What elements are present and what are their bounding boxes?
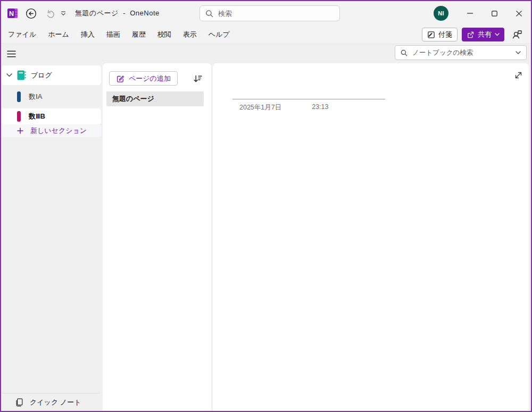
search-input[interactable]	[218, 10, 334, 18]
menu-file[interactable]: ファイル	[2, 26, 42, 44]
page-list-header: ページの追加	[103, 63, 211, 86]
feed-button-label: 付箋	[438, 30, 452, 39]
undo-button[interactable]	[44, 7, 56, 20]
notebook-icon	[17, 70, 26, 80]
section-name: 数ⅡB	[29, 112, 45, 121]
section-row-math1a[interactable]: 数ⅠA	[1, 85, 101, 108]
sidebar: ブログ 数ⅠA 数ⅡB 新しいセクション	[1, 63, 101, 411]
sidebar-spacer	[1, 137, 101, 393]
onenote-window: N 無題のページ - One	[0, 0, 532, 412]
avatar[interactable]: NI	[434, 6, 448, 21]
close-button[interactable]	[506, 1, 531, 26]
toolbar-options-chevron-icon[interactable]	[59, 7, 68, 20]
notebook-search-icon	[401, 49, 408, 56]
page-time: 23:13	[312, 103, 328, 112]
plus-icon	[17, 128, 23, 134]
notebook-name: ブログ	[31, 71, 52, 80]
share-chevron-down-icon	[495, 33, 500, 36]
search-icon	[205, 10, 213, 18]
page-date: 2025年1月7日	[239, 103, 281, 112]
onenote-logo-icon: N	[7, 8, 18, 19]
menu-view[interactable]: 表示	[177, 26, 203, 44]
page-content-panel[interactable]: 2025年1月7日 23:13	[213, 63, 529, 411]
page-item-untitled[interactable]: 無題のページ	[106, 91, 204, 106]
page-date-time: 2025年1月7日 23:13	[239, 103, 329, 112]
minimize-button[interactable]	[458, 1, 482, 26]
menu-help[interactable]: ヘルプ	[203, 26, 236, 44]
share-with-people-button[interactable]	[509, 27, 526, 42]
titlebar: N 無題のページ - One	[1, 1, 531, 26]
notebook-search-box[interactable]: ノートブックの検索	[395, 45, 527, 60]
main-area: ブログ 数ⅠA 数ⅡB 新しいセクション	[1, 63, 531, 411]
titlebar-left-group: N 無題のページ - One	[1, 7, 160, 20]
navigation-row: ノートブックの検索	[1, 44, 531, 63]
new-section-button[interactable]: 新しいセクション	[1, 124, 101, 137]
notebook-search-placeholder: ノートブックの検索	[412, 48, 511, 57]
sort-pages-button[interactable]	[191, 72, 205, 86]
titlebar-right-group: NI	[434, 1, 531, 26]
compose-page-icon	[116, 74, 124, 83]
person-window-icon	[512, 30, 522, 39]
back-button[interactable]	[24, 7, 37, 20]
section-row-math2b[interactable]: 数ⅡB	[1, 108, 101, 124]
chevron-down-icon[interactable]	[6, 73, 12, 77]
notebook-row-blog[interactable]: ブログ	[1, 65, 101, 85]
section-color-marker	[17, 91, 21, 102]
section-name: 数ⅠA	[29, 92, 43, 102]
menu-history[interactable]: 履歴	[126, 26, 152, 44]
quick-notes-label: クイック ノート	[30, 398, 81, 407]
share-button-label: 共有	[478, 30, 492, 39]
svg-text:N: N	[9, 10, 14, 18]
page-title-underline[interactable]	[232, 99, 385, 99]
share-icon	[467, 31, 475, 39]
menubar-right-group: 付箋 共有	[422, 27, 526, 42]
add-page-button[interactable]: ページの追加	[109, 71, 178, 86]
menubar: ファイル ホーム 挿入 描画 履歴 校閲 表示 ヘルプ 付箋	[1, 26, 531, 44]
menu-review[interactable]: 校閲	[152, 26, 177, 44]
stacked-pages-icon	[15, 398, 23, 407]
share-button[interactable]: 共有	[462, 28, 504, 41]
expand-page-button[interactable]	[511, 68, 525, 82]
window-title: 無題のページ - OneNote	[75, 9, 160, 18]
hamburger-menu-button[interactable]	[4, 47, 18, 61]
quick-notes-button[interactable]: クイック ノート	[1, 393, 101, 411]
sticky-note-icon	[427, 31, 435, 39]
maximize-button[interactable]	[482, 1, 506, 26]
add-page-label: ページの追加	[129, 74, 171, 83]
notebook-search-chevron-down-icon	[516, 51, 521, 54]
menu-insert[interactable]: 挿入	[75, 26, 101, 44]
app-body: ノートブックの検索	[1, 44, 531, 411]
menu-draw[interactable]: 描画	[101, 26, 126, 44]
section-color-marker	[17, 111, 21, 122]
new-section-label: 新しいセクション	[30, 126, 87, 136]
search-box[interactable]	[200, 5, 340, 21]
menu-home[interactable]: ホーム	[42, 26, 75, 44]
feed-button[interactable]: 付箋	[422, 28, 458, 41]
page-list-panel: ページの追加 無題のページ	[103, 63, 211, 411]
